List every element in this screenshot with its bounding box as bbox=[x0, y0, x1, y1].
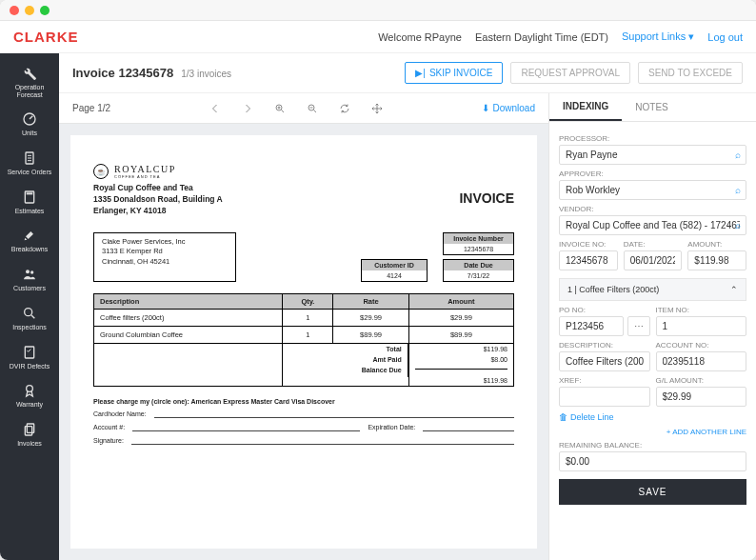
invoice-heading: INVOICE bbox=[459, 190, 514, 206]
minimize-dot[interactable] bbox=[25, 6, 34, 15]
vendor-name: Royal Cup Coffee and Tea bbox=[93, 183, 193, 192]
app-logo: CLARKE bbox=[13, 29, 79, 45]
svg-point-8 bbox=[27, 386, 33, 392]
search-icon[interactable]: ⌕ bbox=[735, 150, 741, 160]
inv-no-header: Invoice Number bbox=[444, 233, 513, 244]
tab-notes[interactable]: NOTES bbox=[622, 93, 681, 121]
sidebar-item-invoices[interactable]: Invoices bbox=[0, 415, 59, 454]
download-button[interactable]: ⬇Download bbox=[482, 103, 535, 113]
award-icon bbox=[22, 383, 37, 398]
gl-amount-input[interactable] bbox=[656, 387, 747, 407]
due-header: Date Due bbox=[444, 260, 513, 270]
th-qty: Qty. bbox=[283, 293, 333, 309]
invoice-title: Invoice 12345678 bbox=[72, 66, 173, 80]
refresh-icon[interactable] bbox=[339, 103, 350, 114]
sidebar-item-units[interactable]: Units bbox=[0, 105, 59, 144]
copy-icon bbox=[22, 422, 37, 437]
description-input[interactable] bbox=[559, 351, 650, 371]
sidebar-item-inspections[interactable]: Inspections bbox=[0, 299, 59, 338]
invoice-count: 1/3 invoices bbox=[181, 69, 231, 79]
amount-input[interactable] bbox=[687, 250, 746, 270]
send-label: SEND TO EXCEDE bbox=[648, 68, 732, 78]
cust-addr1: 3133 E Kemper Rd bbox=[102, 247, 163, 255]
sidebar-item-breakdowns[interactable]: Breakdowns bbox=[0, 221, 59, 260]
sidebar-label: Inspections bbox=[12, 324, 46, 331]
item-no-input[interactable] bbox=[656, 316, 747, 336]
approver-input[interactable] bbox=[559, 180, 746, 200]
vendor-addr2: Erlanger, KY 41018 bbox=[93, 206, 166, 215]
delete-line-button[interactable]: 🗑Delete Line bbox=[559, 412, 746, 422]
sidebar-label: Operation Forecast bbox=[2, 84, 57, 98]
sidebar-item-customers[interactable]: Customers bbox=[0, 260, 59, 299]
calculator-icon bbox=[22, 190, 37, 205]
vendor-tagline: COFFEE AND TEA bbox=[114, 174, 176, 179]
delete-label: Delete Line bbox=[570, 412, 614, 422]
welcome-text: Welcome RPayne bbox=[378, 31, 462, 43]
skip-label: SKIP INVOICE bbox=[429, 68, 493, 78]
app-header: CLARKE Welcome RPayne Eastern Daylight T… bbox=[0, 21, 756, 53]
invoice-no-input[interactable] bbox=[559, 250, 618, 270]
date-input[interactable] bbox=[624, 250, 683, 270]
xref-input[interactable] bbox=[559, 387, 650, 407]
svg-point-5 bbox=[30, 270, 33, 273]
vendor-label: VENDOR: bbox=[559, 205, 746, 213]
skip-invoice-button[interactable]: ▶|SKIP INVOICE bbox=[405, 62, 503, 84]
send-to-excede-button[interactable]: SEND TO EXCEDE bbox=[638, 62, 743, 84]
move-icon[interactable] bbox=[371, 103, 383, 114]
wrench-icon bbox=[22, 66, 37, 81]
svg-rect-9 bbox=[27, 424, 33, 432]
svg-rect-10 bbox=[25, 427, 31, 435]
viewer-toolbar: Page 1/2 ⬇Download bbox=[59, 93, 548, 124]
vendor-input[interactable] bbox=[559, 215, 746, 235]
line-items-table: DescriptionQty.RateAmount Coffee filters… bbox=[93, 293, 514, 387]
support-links[interactable]: Support Links ▾ bbox=[622, 30, 694, 43]
search-icon[interactable]: ⌕ bbox=[735, 185, 741, 195]
sidebar-item-dvir-defects[interactable]: DVIR Defects bbox=[0, 338, 59, 377]
next-page-icon[interactable] bbox=[242, 103, 253, 114]
trash-icon: 🗑 bbox=[559, 412, 567, 422]
sidebar-item-service-orders[interactable]: Service Orders bbox=[0, 144, 59, 183]
svg-rect-3 bbox=[27, 192, 33, 194]
prev-page-icon[interactable] bbox=[209, 103, 221, 114]
add-line-button[interactable]: + ADD ANOTHER LINE bbox=[559, 428, 746, 436]
line-item-header[interactable]: 1 | Coffee Filters (200ct)⌃ bbox=[559, 278, 746, 301]
po-input[interactable] bbox=[559, 316, 624, 336]
logout-link[interactable]: Log out bbox=[707, 31, 743, 43]
sidebar-label: Estimates bbox=[15, 208, 45, 215]
zoom-in-icon[interactable] bbox=[274, 103, 286, 114]
svg-rect-7 bbox=[25, 347, 33, 358]
close-dot[interactable] bbox=[10, 6, 19, 15]
sidebar-item-estimates[interactable]: Estimates bbox=[0, 183, 59, 222]
sidebar-label: DVIR Defects bbox=[10, 363, 50, 370]
zoom-out-icon[interactable] bbox=[307, 103, 318, 114]
sidebar-label: Units bbox=[22, 130, 37, 137]
po-lookup-button[interactable]: ⋯ bbox=[627, 316, 650, 336]
maximize-dot[interactable] bbox=[40, 6, 50, 15]
save-button[interactable]: SAVE bbox=[559, 479, 746, 505]
download-icon: ⬇ bbox=[482, 103, 489, 113]
sidebar-item-operation-forecast[interactable]: Operation Forecast bbox=[0, 59, 59, 105]
inv-no-value: 12345678 bbox=[444, 244, 513, 254]
request-approval-button[interactable]: REQUEST APPROVAL bbox=[510, 62, 630, 84]
processor-input[interactable] bbox=[559, 145, 746, 165]
cust-id-header: Customer ID bbox=[362, 260, 427, 270]
gauge-icon bbox=[22, 111, 37, 127]
chevron-up-icon: ⌃ bbox=[730, 285, 738, 294]
due-value: 7/31/22 bbox=[444, 270, 513, 281]
sidebar-label: Breakdowns bbox=[11, 246, 49, 253]
search-icon[interactable]: ⌕ bbox=[735, 220, 741, 230]
th-desc: Description bbox=[94, 293, 283, 309]
cust-addr2: Cincinnati, OH 45241 bbox=[102, 257, 169, 266]
window-titlebar bbox=[0, 0, 756, 21]
sidebar-item-warranty[interactable]: Warranty bbox=[0, 376, 59, 415]
users-icon bbox=[22, 267, 37, 282]
sidebar: Operation Forecast Units Service Orders … bbox=[0, 53, 59, 560]
invoice-topbar: Invoice 12345678 1/3 invoices ▶|SKIP INV… bbox=[59, 53, 756, 93]
sidebar-label: Warranty bbox=[16, 401, 43, 409]
line-title: 1 | Coffee Filters (200ct) bbox=[567, 285, 659, 294]
tab-indexing[interactable]: INDEXING bbox=[549, 93, 622, 121]
account-input[interactable] bbox=[656, 351, 747, 371]
th-rate: Rate bbox=[333, 293, 408, 309]
svg-point-4 bbox=[26, 270, 30, 273]
remaining-balance-input[interactable] bbox=[559, 451, 746, 471]
